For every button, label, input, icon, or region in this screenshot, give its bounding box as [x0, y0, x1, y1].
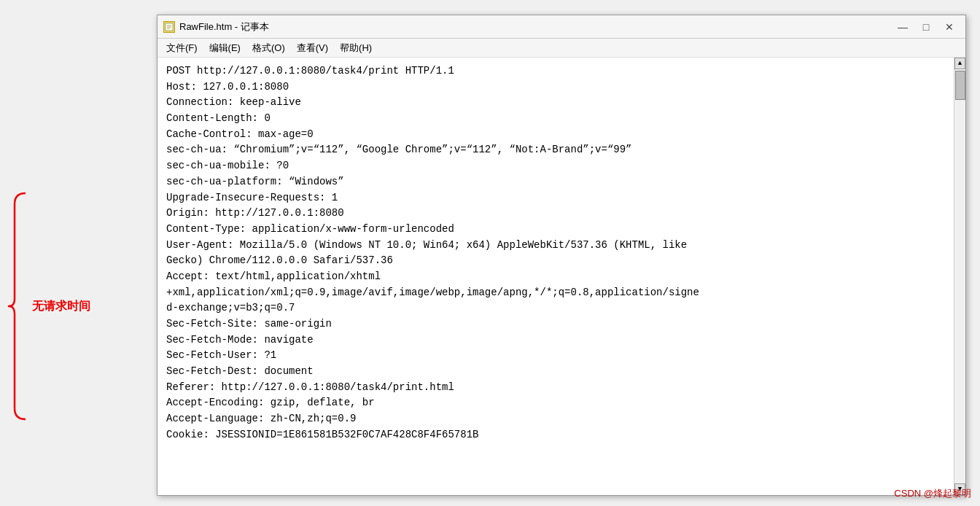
scroll-up-button[interactable]: ▲: [954, 58, 965, 69]
notepad-window: RawFile.htm - 记事本 — □ ✕ 文件(F) 编辑(E) 格式(O…: [157, 15, 966, 496]
maximize-button[interactable]: □: [916, 20, 936, 34]
text-content[interactable]: POST http://127.0.0.1:8080/task4/print H…: [158, 58, 954, 495]
menu-file[interactable]: 文件(F): [160, 40, 203, 56]
scrollbar[interactable]: ▲ ▼: [954, 58, 965, 495]
brace-container: 无请求时间: [7, 190, 90, 423]
window-title: RawFile.htm - 记事本: [179, 20, 269, 34]
menu-help[interactable]: 帮助(H): [334, 40, 378, 56]
annotation-overlay: 无请求时间: [0, 0, 157, 506]
title-bar-left: RawFile.htm - 记事本: [163, 20, 269, 34]
brace-icon: [7, 190, 29, 423]
menu-view[interactable]: 查看(V): [291, 40, 334, 56]
title-bar: RawFile.htm - 记事本 — □ ✕: [158, 15, 965, 39]
csdn-watermark: CSDN @烽起黎明: [894, 487, 971, 500]
menu-edit[interactable]: 编辑(E): [203, 40, 246, 56]
menu-bar: 文件(F) 编辑(E) 格式(O) 查看(V) 帮助(H): [158, 39, 965, 58]
notepad-app-icon: [163, 21, 175, 33]
window-controls: — □ ✕: [892, 20, 960, 34]
minimize-button[interactable]: —: [892, 20, 913, 34]
page-background: 无请求时间 RawFile.htm - 记事本 — □ ✕: [0, 0, 980, 506]
close-button[interactable]: ✕: [939, 20, 960, 34]
annotation-label: 无请求时间: [32, 299, 90, 314]
content-area: POST http://127.0.0.1:8080/task4/print H…: [158, 58, 965, 495]
scroll-thumb[interactable]: [955, 71, 965, 100]
menu-format[interactable]: 格式(O): [246, 40, 291, 56]
